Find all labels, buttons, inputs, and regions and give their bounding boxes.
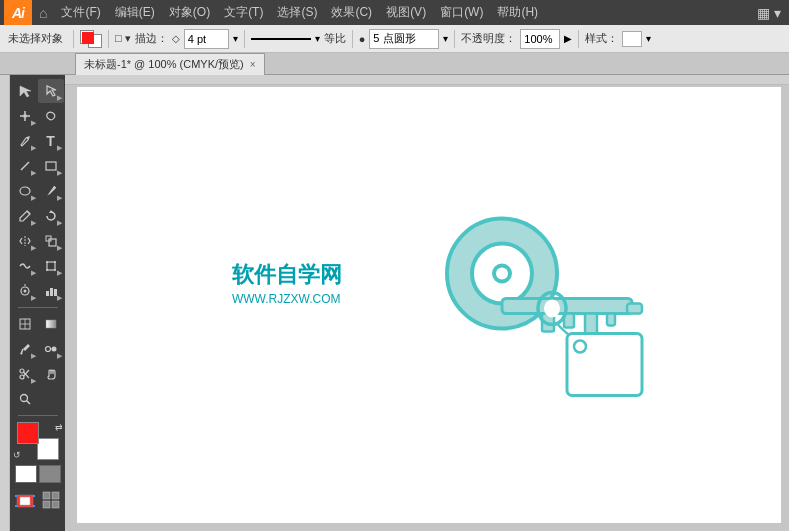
svg-point-32 bbox=[45, 347, 50, 352]
arrow-icon: ▶ bbox=[31, 377, 36, 385]
document-tab[interactable]: 未标题-1* @ 100% (CMYK/预览) × bbox=[75, 53, 265, 75]
menu-select[interactable]: 选择(S) bbox=[270, 2, 324, 23]
paintbrush-button[interactable]: ▶ bbox=[38, 179, 64, 203]
arrow-icon: ▶ bbox=[31, 194, 36, 202]
line-tool-button[interactable]: ▶ bbox=[12, 154, 38, 178]
menu-window[interactable]: 窗口(W) bbox=[433, 2, 490, 23]
arrow-icon: ▶ bbox=[57, 144, 62, 152]
selection-tool-button[interactable] bbox=[12, 79, 38, 103]
arrow-icon: ▶ bbox=[57, 269, 62, 277]
arrow-icon: ▶ bbox=[31, 269, 36, 277]
menu-file[interactable]: 文件(F) bbox=[54, 2, 107, 23]
gradient-tool-button[interactable] bbox=[38, 312, 64, 336]
separator4 bbox=[352, 30, 353, 48]
main-area: ▶ ▶ ▶ T ▶ bbox=[0, 75, 789, 531]
svg-point-17 bbox=[54, 261, 56, 263]
style-dropdown[interactable]: ▾ bbox=[646, 33, 651, 44]
svg-point-8 bbox=[20, 187, 30, 195]
scale-button[interactable]: ▶ bbox=[38, 229, 64, 253]
mesh-tool-button[interactable] bbox=[12, 312, 38, 336]
menu-view[interactable]: 视图(V) bbox=[379, 2, 433, 23]
lasso-tool-button[interactable] bbox=[38, 104, 64, 128]
tab-close-button[interactable]: × bbox=[250, 59, 256, 70]
zoom-tool-button[interactable] bbox=[12, 387, 38, 411]
canvas-area[interactable]: 软件自学网 WWW.RJZXW.COM bbox=[65, 75, 789, 531]
stroke-dash-preview bbox=[251, 38, 311, 40]
svg-rect-50 bbox=[52, 501, 59, 508]
svg-line-6 bbox=[21, 162, 29, 170]
warp-button[interactable]: ▶ bbox=[12, 254, 38, 278]
svg-rect-7 bbox=[46, 162, 56, 170]
stroke-width-input[interactable] bbox=[184, 29, 229, 49]
fill-stroke-colors[interactable] bbox=[80, 30, 102, 48]
brush-input[interactable] bbox=[369, 29, 439, 49]
tab-label: 未标题-1* @ 100% (CMYK/预览) bbox=[84, 57, 244, 72]
type-tool-button[interactable]: T ▶ bbox=[38, 129, 64, 153]
opacity-input[interactable] bbox=[520, 29, 560, 49]
arrow-icon: ▶ bbox=[31, 169, 36, 177]
brush-dropdown[interactable]: ▾ bbox=[443, 33, 448, 44]
eyedropper-button[interactable]: ▶ bbox=[12, 337, 38, 361]
selection-status: 未选择对象 bbox=[4, 31, 67, 46]
key-svg bbox=[402, 204, 672, 404]
home-button[interactable]: ⌂ bbox=[36, 5, 50, 21]
tool-row-13 bbox=[12, 387, 64, 411]
options-bar: 未选择对象 □ ▾ 描边： ◇ ▾ ▾ 等比 ● ▾ 不透明度： ▶ 样式： ▾ bbox=[0, 25, 789, 53]
direct-selection-tool-button[interactable]: ▶ bbox=[38, 79, 64, 103]
pencil-button[interactable]: ▶ bbox=[12, 204, 38, 228]
full-mode-button[interactable] bbox=[39, 465, 61, 483]
fill-color-box[interactable] bbox=[80, 30, 94, 44]
rect-tool-button[interactable]: ▶ bbox=[38, 154, 64, 178]
svg-line-40 bbox=[26, 401, 30, 405]
workspace-switcher[interactable]: ▦ ▾ bbox=[753, 5, 785, 21]
default-colors-button[interactable]: ↺ bbox=[13, 450, 21, 460]
ellipse-tool-button[interactable]: ▶ bbox=[12, 179, 38, 203]
type-icon: T bbox=[46, 133, 55, 149]
document-canvas[interactable]: 软件自学网 WWW.RJZXW.COM bbox=[77, 87, 781, 523]
menu-help[interactable]: 帮助(H) bbox=[490, 2, 545, 23]
stroke-bg-box[interactable] bbox=[37, 438, 59, 460]
tool-row-7: ▶ ▶ bbox=[12, 229, 64, 253]
blend-tool-button[interactable]: ▶ bbox=[38, 337, 64, 361]
tool-row-1: ▶ bbox=[12, 79, 64, 103]
scissors-button[interactable]: ▶ bbox=[12, 362, 38, 386]
svg-rect-60 bbox=[627, 304, 642, 314]
hand-tool-button[interactable] bbox=[38, 362, 64, 386]
free-transform-button[interactable]: ▶ bbox=[38, 254, 64, 278]
menu-bar: 文件(F) 编辑(E) 对象(O) 文字(T) 选择(S) 效果(C) 视图(V… bbox=[54, 2, 545, 23]
svg-rect-59 bbox=[607, 314, 615, 326]
pen-tool-button[interactable]: ▶ bbox=[12, 129, 38, 153]
arrow-icon: ▶ bbox=[57, 169, 62, 177]
reflect-button[interactable]: ▶ bbox=[12, 229, 38, 253]
svg-rect-45 bbox=[15, 505, 17, 507]
menu-effect[interactable]: 效果(C) bbox=[324, 2, 379, 23]
style-swatch[interactable] bbox=[622, 31, 642, 47]
menu-object[interactable]: 对象(O) bbox=[162, 2, 217, 23]
svg-rect-43 bbox=[15, 495, 17, 497]
normal-mode-button[interactable] bbox=[15, 465, 37, 483]
opacity-right-arrow[interactable]: ▶ bbox=[564, 33, 572, 44]
opacity-label: 不透明度： bbox=[461, 31, 516, 46]
stroke-dash-dropdown[interactable]: ▾ bbox=[315, 33, 320, 44]
stroke-label2: 描边： bbox=[135, 31, 168, 46]
style-label: 样式： bbox=[585, 31, 618, 46]
brush-label: ● bbox=[359, 33, 366, 45]
swap-colors-button[interactable]: ⇄ bbox=[55, 422, 63, 432]
svg-point-5 bbox=[26, 137, 28, 139]
rearrange-button[interactable] bbox=[38, 488, 64, 512]
fill-fg-box[interactable] bbox=[17, 422, 39, 444]
artboard-button[interactable] bbox=[12, 488, 38, 512]
menu-edit[interactable]: 编辑(E) bbox=[108, 2, 162, 23]
separator bbox=[73, 30, 74, 48]
arrow-icon: ▶ bbox=[31, 352, 36, 360]
stroke-pt-dropdown[interactable]: ▾ bbox=[233, 33, 238, 44]
stroke-dash-group: ▾ bbox=[251, 33, 320, 44]
magic-wand-button[interactable]: ▶ bbox=[12, 104, 38, 128]
menu-type[interactable]: 文字(T) bbox=[217, 2, 270, 23]
arrow-icon: ▶ bbox=[31, 294, 36, 302]
svg-rect-63 bbox=[567, 334, 642, 396]
column-graph-button[interactable]: ▶ bbox=[38, 279, 64, 303]
symbol-sprayer-button[interactable]: ▶ bbox=[12, 279, 38, 303]
rotate-button[interactable]: ▶ bbox=[38, 204, 64, 228]
svg-rect-42 bbox=[20, 497, 30, 505]
